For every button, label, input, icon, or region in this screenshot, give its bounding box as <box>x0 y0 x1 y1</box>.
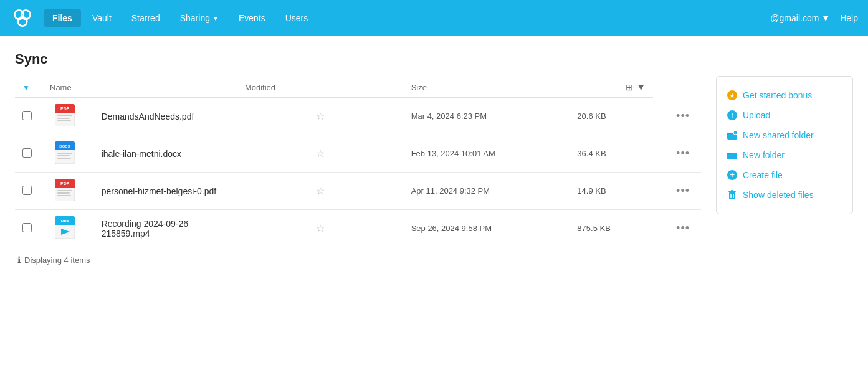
nav-item-vault[interactable]: Vault <box>83 9 120 27</box>
nav-item-events[interactable]: Events <box>230 9 274 27</box>
table-row: PDF personel-hizmet-belgesi-0.pdf ☆ Apr … <box>15 173 701 210</box>
svg-text:PDF: PDF <box>60 107 70 111</box>
sidebar-actions: ★ Get started bonus ↑ Upload + New share… <box>727 85 842 205</box>
more-actions-cell: ••• <box>653 135 701 173</box>
table-row: PDF DemandsAndNeeds.pdf ☆ Mar 4, 2024 6:… <box>15 98 701 135</box>
sharing-dropdown-arrow: ▼ <box>212 15 219 22</box>
more-actions-cell: ••• <box>653 173 701 210</box>
upload-label: Upload <box>743 110 770 120</box>
sidebar-action-upload[interactable]: ↑ Upload <box>727 105 842 125</box>
svg-text:+: + <box>735 131 737 135</box>
main-content: Sync ▼ Name Modified Size ⊞ <box>0 36 868 270</box>
help-link[interactable]: Help <box>840 13 858 23</box>
create-file-icon: + <box>727 169 738 181</box>
svg-rect-14 <box>57 153 72 154</box>
navbar: Files Vault Starred Sharing ▼ Events Use… <box>0 0 868 36</box>
svg-rect-23 <box>57 195 71 196</box>
svg-rect-21 <box>57 190 72 191</box>
sidebar-action-show-deleted-files[interactable]: Show deleted files <box>727 185 842 205</box>
file-type-icon: DOCX <box>55 156 75 166</box>
new-shared-folder-icon: + <box>727 130 738 141</box>
svg-rect-5 <box>55 111 75 113</box>
row-checkbox[interactable] <box>22 223 32 232</box>
file-icon-cell: DOCX <box>47 135 94 173</box>
files-area: Sync ▼ Name Modified Size ⊞ <box>15 51 701 270</box>
app-logo[interactable] <box>10 6 35 31</box>
page-title: Sync <box>15 51 701 67</box>
row-checkbox[interactable] <box>22 148 32 158</box>
more-actions-button[interactable]: ••• <box>672 108 694 124</box>
sidebar-action-new-folder[interactable]: New folder <box>727 145 842 165</box>
svg-rect-16 <box>57 158 71 159</box>
file-name[interactable]: personel-hizmet-belgesi-0.pdf <box>94 173 237 210</box>
nav-item-files[interactable]: Files <box>44 9 81 27</box>
svg-rect-40 <box>728 191 736 192</box>
file-name[interactable]: DemandsAndNeeds.pdf <box>94 98 237 135</box>
sort-arrow: ▼ <box>22 83 30 92</box>
svg-text:PDF: PDF <box>60 181 70 186</box>
sidebar-action-create-file[interactable]: + Create file <box>727 165 842 185</box>
file-name[interactable]: ihale-ilan-metni.docx <box>94 135 237 173</box>
nav-item-starred[interactable]: Starred <box>123 9 169 27</box>
sidebar-panel: ★ Get started bonus ↑ Upload + New share… <box>716 76 853 214</box>
star-cell: ☆ <box>237 173 404 210</box>
svg-rect-36 <box>727 153 737 159</box>
nav-links: Files Vault Starred Sharing ▼ Events Use… <box>44 9 770 27</box>
file-size: 20.6 KB <box>570 98 652 135</box>
svg-text:↑: ↑ <box>730 111 734 120</box>
more-actions-button[interactable]: ••• <box>672 183 694 199</box>
svg-text:+: + <box>730 169 735 179</box>
user-menu[interactable]: @gmail.com ▼ <box>770 13 830 23</box>
nav-item-sharing[interactable]: Sharing ▼ <box>171 9 227 27</box>
more-actions-cell: ••• <box>653 210 701 247</box>
star-cell: ☆ <box>237 210 404 247</box>
row-checkbox[interactable] <box>22 186 32 195</box>
header-modified: Modified <box>237 77 404 98</box>
table-row: DOCX ihale-ilan-metni.docx ☆ Feb 13, 202… <box>15 135 701 173</box>
file-type-icon: PDF <box>55 193 75 203</box>
more-actions-button[interactable]: ••• <box>672 221 694 236</box>
header-size: Size <box>404 77 570 98</box>
file-type-icon: PDF <box>55 118 75 128</box>
row-checkbox-cell <box>15 135 47 173</box>
grid-view-icon[interactable]: ⊞ <box>626 82 633 92</box>
create-file-label: Create file <box>743 170 783 180</box>
star-cell: ☆ <box>237 98 404 135</box>
file-modified: Apr 11, 2024 9:32 PM <box>404 173 570 210</box>
show-deleted-files-label: Show deleted files <box>743 190 814 200</box>
file-size: 875.5 KB <box>570 210 652 247</box>
svg-text:DOCX: DOCX <box>59 145 70 148</box>
more-actions-button[interactable]: ••• <box>672 146 694 161</box>
show-deleted-files-icon <box>727 189 738 201</box>
filter-icon[interactable]: ▼ <box>637 82 646 92</box>
status-text: Displaying 4 items <box>24 255 90 265</box>
star-button[interactable]: ☆ <box>312 184 328 198</box>
new-shared-folder-label: New shared folder <box>743 130 814 140</box>
file-modified: Mar 4, 2024 6:23 PM <box>404 98 570 135</box>
file-name[interactable]: Recording 2024-09-26 215859.mp4 <box>94 210 237 247</box>
svg-rect-19 <box>55 186 75 188</box>
table-row: MP4 Recording 2024-09-26 215859.mp4 ☆ Se… <box>15 210 701 247</box>
nav-item-users[interactable]: Users <box>277 9 317 27</box>
svg-rect-39 <box>729 192 735 199</box>
svg-rect-8 <box>57 118 70 119</box>
new-folder-icon <box>727 150 738 161</box>
row-checkbox-cell <box>15 98 47 135</box>
file-size: 36.4 KB <box>570 135 652 173</box>
sidebar-action-new-shared-folder[interactable]: + New shared folder <box>727 125 842 145</box>
svg-rect-41 <box>731 190 733 191</box>
star-button[interactable]: ☆ <box>312 146 328 161</box>
header-name: Name <box>47 77 94 98</box>
svg-text:MP4: MP4 <box>61 219 69 223</box>
file-icon-cell: MP4 <box>47 210 94 247</box>
row-checkbox[interactable] <box>22 111 32 120</box>
svg-rect-22 <box>57 192 70 194</box>
star-button[interactable]: ☆ <box>312 109 328 123</box>
star-button[interactable]: ☆ <box>312 221 328 235</box>
sidebar-action-get-started-bonus[interactable]: ★ Get started bonus <box>727 85 842 105</box>
file-icon-cell: PDF <box>47 98 94 135</box>
header-checkbox-col: ▼ <box>15 77 47 98</box>
user-dropdown-arrow: ▼ <box>821 13 830 23</box>
info-icon: ℹ <box>17 255 21 265</box>
get-started-bonus-icon: ★ <box>727 90 738 101</box>
